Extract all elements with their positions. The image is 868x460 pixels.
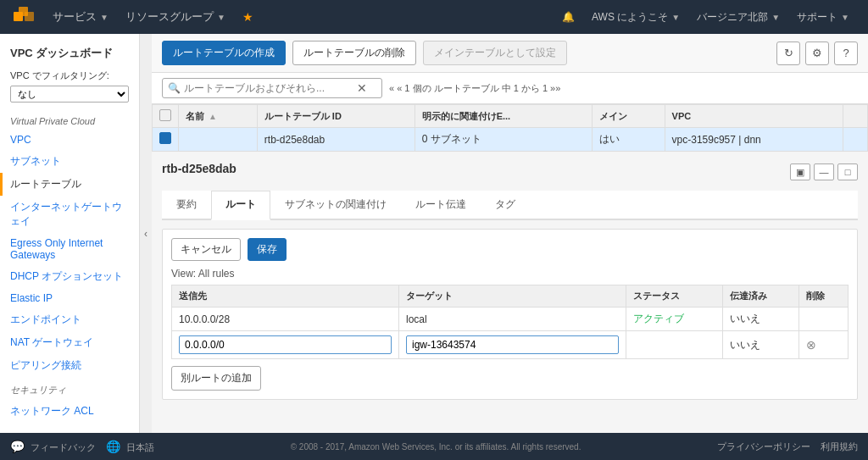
search-icon: 🔍 [168,82,181,94]
sidebar: VPC ダッシュボード VPC でフィルタリング: なし Virtual Pri… [0,34,140,433]
route-actions: キャンセル 保存 [171,238,849,261]
top-nav: サービス ▼ リソースグループ ▼ ★ 🔔 AWS にようこそ ▼ バージニア北… [0,0,868,34]
sidebar-item-egress-igw[interactable]: Egress Only Internet Gateways [0,233,139,265]
chevron-icon: ▼ [771,13,780,22]
route-panel: キャンセル 保存 View: All rules 送信先 ターゲット ステータス… [162,229,858,400]
help-button[interactable]: ? [834,42,858,65]
sidebar-item-dhcp[interactable]: DHCP オプションセット [0,265,139,288]
nav-aws-account[interactable]: AWS にようこそ ▼ [583,0,688,34]
route-propagated-2: いいえ [722,331,798,359]
tab-tags[interactable]: タグ [481,191,530,219]
sidebar-filter-select[interactable]: なし [10,86,129,103]
route-status-2 [626,331,722,359]
col-explicit[interactable]: 明示的に関連付けE... [415,105,592,128]
privacy-link[interactable]: プライバシーポリシー [717,441,810,453]
sidebar-item-igw[interactable]: インターネットゲートウェイ [0,196,139,233]
checkbox-header[interactable] [153,105,179,128]
detail-panel: rtb-d25e8dab ▣ — □ 要約 ルート サブネットの関連付け ルート… [152,152,868,433]
nav-services[interactable]: サービス ▼ [44,0,117,34]
sidebar-item-subnet[interactable]: サブネット [0,150,139,173]
set-main-table-button: メインテーブルとして設定 [423,41,567,65]
nav-support[interactable]: サポート ▼ [788,0,858,34]
add-route-button[interactable]: 別ルートの追加 [171,366,261,391]
search-result-text: « « 1 個の ルートテーブル 中 1 から 1 »» [389,82,560,95]
sidebar-item-endpoint[interactable]: エンドポイント [0,308,139,331]
sidebar-item-route-table[interactable]: ルートテーブル [0,173,139,196]
top-nav-right: 🔔 AWS にようこそ ▼ バージニア北部 ▼ サポート ▼ [554,0,858,34]
sidebar-item-nat[interactable]: NAT ゲートウェイ [0,331,139,354]
route-status-1: アクティブ [626,308,722,331]
destination-input[interactable] [179,335,392,354]
row-main: はい [592,128,665,152]
feedback-icon: 💬 [10,440,25,453]
col-main[interactable]: メイン [592,105,665,128]
sidebar-item-peering[interactable]: ピアリング接続 [0,354,139,377]
row-name [179,128,258,152]
chevron-icon: ▼ [841,13,849,22]
table-header-row: 名前 ▲ ルートテーブル ID 明示的に関連付けE... メイン VPC [153,105,868,128]
nav-bell[interactable]: 🔔 [554,0,583,34]
col-vpc[interactable]: VPC [665,105,843,128]
sidebar-filter-label: VPC でフィルタリング: [0,66,139,84]
sort-icon: ▲ [209,112,217,121]
routes-header-row: 送信先 ターゲット ステータス 伝達済み 削除 [172,285,849,308]
tab-routes[interactable]: ルート [211,191,270,220]
sidebar-item-nacl[interactable]: ネットワーク ACL [0,400,139,423]
row-extra [843,128,867,152]
settings-button[interactable]: ⚙ [805,42,829,65]
target-input[interactable] [406,335,619,354]
row-checkbox[interactable] [153,128,179,152]
tab-subnet-assoc[interactable]: サブネットの関連付け [270,191,401,219]
terms-link[interactable]: 利用規約 [821,441,858,453]
sidebar-collapse-button[interactable]: ‹ [140,34,152,433]
route-target-2[interactable] [398,331,626,359]
create-route-table-button[interactable]: ルートテーブルの作成 [162,41,286,65]
table-row[interactable]: rtb-d25e8dab 0 サブネット はい vpc-3159c957 | d… [153,128,868,152]
nav-resource-groups[interactable]: リソースグループ ▼ [117,0,234,34]
search-input[interactable] [184,82,353,94]
main-layout: VPC ダッシュボード VPC でフィルタリング: なし Virtual Pri… [0,34,868,433]
col-delete: 削除 [799,285,849,308]
refresh-button[interactable]: ↻ [776,42,800,65]
sidebar-item-vpc[interactable]: VPC [0,130,139,150]
row-checkbox-selected [159,132,171,144]
col-route-id[interactable]: ルートテーブル ID [257,105,415,128]
detail-icon-3[interactable]: □ [837,163,858,180]
search-bar: 🔍 ✕ « « 1 個の ルートテーブル 中 1 から 1 »» [152,73,868,104]
col-name[interactable]: 名前 ▲ [179,105,258,128]
route-propagated-1: いいえ [722,308,798,331]
row-vpc: vpc-3159c957 | dnn [665,128,843,152]
header-checkbox [159,109,171,121]
nav-star[interactable]: ★ [234,0,262,34]
row-route-id: rtb-d25e8dab [257,128,415,152]
search-clear-button[interactable]: ✕ [357,81,367,95]
cancel-button[interactable]: キャンセル [171,238,241,261]
route-row-2: いいえ ⊗ [172,331,849,359]
route-destination-1: 10.0.0.0/28 [172,308,399,331]
sidebar-security-label: セキュリティ [0,377,139,400]
col-status: ステータス [626,285,722,308]
search-nav: « « 1 個の ルートテーブル 中 1 から 1 »» [389,82,560,95]
route-delete-2[interactable]: ⊗ [799,331,849,359]
route-table-list: 名前 ▲ ルートテーブル ID 明示的に関連付けE... メイン VPC rtb… [152,104,868,152]
route-target-1: local [398,308,626,331]
nav-region[interactable]: バージニア北部 ▼ [688,0,788,34]
detail-icon-1[interactable]: ▣ [790,163,810,180]
feedback-link[interactable]: 💬 フィードバック [10,440,96,454]
content-area: ルートテーブルの作成 ルートテーブルの削除 メインテーブルとして設定 ↻ ⚙ ?… [152,34,868,433]
route-destination-2[interactable] [172,331,399,359]
tab-summary[interactable]: 要約 [162,191,211,219]
delete-route-icon[interactable]: ⊗ [806,338,816,352]
footer-right: プライバシーポリシー 利用規約 [717,441,858,453]
route-row-1: 10.0.0.0/28 local アクティブ いいえ [172,308,849,331]
sidebar-item-eip[interactable]: Elastic IP [0,288,139,308]
detail-icon-2[interactable]: — [814,163,834,180]
footer-copyright: © 2008 - 2017, Amazon Web Services, Inc.… [164,442,707,452]
col-propagated: 伝達済み [722,285,798,308]
save-button[interactable]: 保存 [248,238,287,261]
language-link[interactable]: 🌐 日本語 [106,440,154,454]
delete-route-table-button[interactable]: ルートテーブルの削除 [292,41,416,65]
logo [10,3,37,30]
tab-route-propagation[interactable]: ルート伝達 [401,191,481,219]
content-toolbar: ルートテーブルの作成 ルートテーブルの削除 メインテーブルとして設定 ↻ ⚙ ? [152,34,868,73]
